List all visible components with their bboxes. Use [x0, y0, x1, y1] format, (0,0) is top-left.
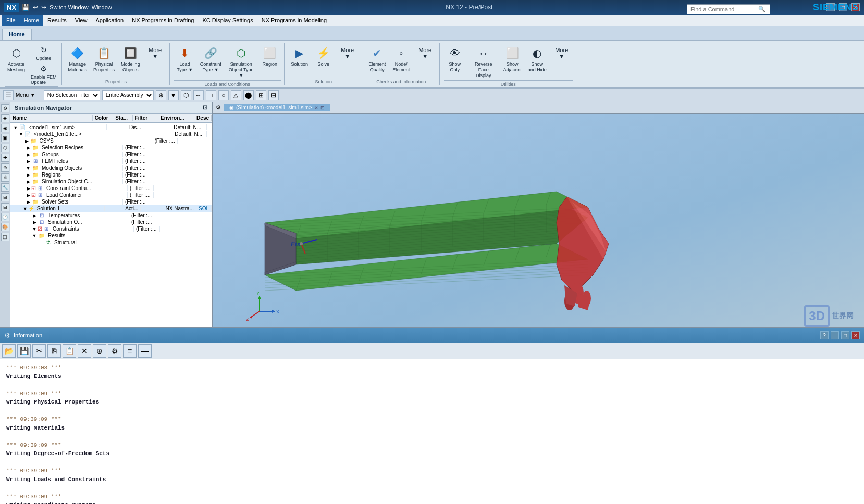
- tree-item-solver-sets[interactable]: ▶ 📁 Solver Sets (Filter :...: [10, 198, 212, 205]
- expand-solver[interactable]: ▶: [25, 199, 31, 205]
- lt-btn-5[interactable]: ⬡: [1, 144, 9, 152]
- menu-nx-modeling[interactable]: NX Programs in Modeling: [257, 15, 331, 26]
- info-cut-btn[interactable]: ✂: [32, 344, 46, 358]
- tree-item-solution1[interactable]: ▼ ⚡ Solution 1 Acti... NX Nastra... SOL: [10, 205, 212, 212]
- modeling-objects-btn[interactable]: 🔲 ModelingObjects: [119, 44, 142, 74]
- 3d-viewport[interactable]: Fix X Y Z 3D 世界网: [213, 114, 864, 332]
- info-minimize-btn[interactable]: —: [831, 331, 839, 339]
- tree-item-sim1[interactable]: ▼ 📄 <model1_sim1.sim> Dis... Default: N.…: [10, 124, 212, 131]
- tree-item-csys[interactable]: ▶ 📁 CSYS (Filter :...: [10, 137, 212, 144]
- lt-btn-13[interactable]: 🎨: [1, 223, 9, 231]
- expand-sol1[interactable]: ▼: [22, 206, 28, 211]
- menu-label[interactable]: Menu ▼: [16, 92, 35, 98]
- expand-loadcont[interactable]: ▶: [25, 193, 31, 198]
- tree-item-fem1[interactable]: ▼ 📄 <model1_fem1.fe...> Default: N...: [10, 131, 212, 137]
- expand-results[interactable]: ▼: [31, 233, 38, 238]
- tree-item-fem-fields[interactable]: ▶ ⊞ FEM Fields (Filter :...: [10, 158, 212, 165]
- show-only-btn[interactable]: 👁 ShowOnly: [444, 44, 466, 74]
- show-and-hide-btn[interactable]: ◐ Showand Hide: [526, 44, 549, 74]
- menu-toggle-btn[interactable]: ☰: [3, 90, 14, 100]
- cmd-btn-e[interactable]: △: [231, 90, 241, 100]
- expand-simobjc[interactable]: ▶: [25, 179, 31, 184]
- expand-simo[interactable]: ▶: [31, 220, 38, 225]
- quick-access-btn[interactable]: 💾: [22, 4, 30, 11]
- solve-btn[interactable]: ⚡ Solve: [313, 44, 335, 68]
- find-command-input[interactable]: [690, 6, 758, 12]
- info-content[interactable]: *** 09:39:08 *** Writing Elements *** 09…: [0, 359, 864, 504]
- expand-fem1[interactable]: ▼: [18, 132, 24, 137]
- info-find-btn[interactable]: ⊕: [93, 344, 106, 358]
- switch-window-btn[interactable]: Switch Window: [50, 4, 89, 10]
- lt-btn-1[interactable]: ⚙: [1, 104, 9, 112]
- cmd-btn-d[interactable]: ○: [218, 90, 229, 100]
- info-options-btn[interactable]: ⚙: [108, 344, 121, 358]
- tree-item-sim-o[interactable]: ▶ ⊡ Simulation O... (Filter :...: [10, 219, 212, 225]
- expand-temp[interactable]: ▶: [31, 213, 38, 218]
- lt-btn-2[interactable]: ◈: [1, 114, 9, 122]
- menu-results[interactable]: Results: [43, 15, 71, 26]
- info-delete-btn[interactable]: ✕: [78, 344, 91, 358]
- menu-application[interactable]: Application: [91, 15, 128, 26]
- window-btn[interactable]: Window: [92, 4, 112, 10]
- tree-item-temperatures[interactable]: ▶ ⊡ Temperatures (Filter :...: [10, 212, 212, 219]
- tree-item-sim-obj-c[interactable]: ▶ 📁 Simulation Object C... (Filter :...: [10, 178, 212, 185]
- menu-file[interactable]: File: [2, 15, 20, 26]
- lt-btn-3[interactable]: ◉: [1, 124, 9, 132]
- expand-modobj[interactable]: ▼: [25, 166, 31, 171]
- lt-btn-14[interactable]: ◫: [1, 233, 9, 241]
- info-dash-btn[interactable]: —: [138, 344, 152, 358]
- lt-btn-6[interactable]: ✚: [1, 154, 9, 162]
- nav-resize-btn[interactable]: ⊡: [203, 104, 207, 111]
- lt-btn-10[interactable]: ⊞: [1, 193, 9, 201]
- cmd-btn-g[interactable]: ⊞: [256, 90, 266, 100]
- tree-item-constraints[interactable]: ▼ ☑ ⊞ Constraints (Filter :...: [10, 225, 212, 232]
- info-help-btn[interactable]: ?: [820, 331, 829, 339]
- tree-item-regions[interactable]: ▶ 📁 Regions (Filter :...: [10, 171, 212, 178]
- more-checks-btn[interactable]: More ▼: [414, 44, 436, 62]
- viewport-settings-icon[interactable]: ⚙: [213, 104, 224, 111]
- vp-tab-close-btn[interactable]: ✕: [314, 105, 318, 110]
- info-list-btn[interactable]: ≡: [123, 344, 137, 358]
- expand-groups[interactable]: ▶: [25, 152, 31, 157]
- manage-materials-btn[interactable]: 🔷 ManageMaterials: [66, 44, 90, 74]
- tree-item-constraint-cont[interactable]: ▶ ☑ ⊞ Constraint Contai... (Filter :...: [10, 185, 212, 192]
- physical-properties-btn[interactable]: 📋 PhysicalProperties: [91, 44, 117, 74]
- update-btn[interactable]: ↻ Update: [29, 44, 58, 61]
- enable-fem-update-btn[interactable]: ⚙ Enable FEMUpdate: [29, 62, 58, 85]
- tree-item-sel-recipes[interactable]: ▶ 📁 Selection Recipes (Filter :...: [10, 144, 212, 151]
- node-element-btn[interactable]: ◦ Node/Element: [390, 44, 412, 74]
- info-paste-btn[interactable]: 📋: [63, 344, 76, 358]
- reverse-face-btn[interactable]: ↔ ReverseFace Display: [468, 44, 499, 79]
- lt-btn-9[interactable]: 🔧: [1, 183, 9, 192]
- expand-femf[interactable]: ▶: [25, 159, 31, 164]
- lt-btn-7[interactable]: ⊕: [1, 163, 9, 172]
- show-adjacent-btn[interactable]: ⬜ ShowAdjacent: [501, 44, 524, 74]
- solution-btn[interactable]: ▶ Solution: [289, 44, 311, 68]
- cmd-btn-f[interactable]: ⬤: [243, 90, 254, 100]
- menu-view[interactable]: View: [71, 15, 92, 26]
- element-quality-btn[interactable]: ✔ ElementQuality: [366, 44, 388, 74]
- undo-btn[interactable]: ↩: [33, 4, 38, 11]
- sim-object-type-btn[interactable]: ⬡ SimulationObject Type ▼: [226, 44, 257, 79]
- viewport-tab-sim1[interactable]: ◉ (Simulation) <model1_sim1.sim> ✕ ⊡: [224, 104, 330, 111]
- menu-kc-display[interactable]: KC Display Settings: [198, 15, 257, 26]
- load-type-btn[interactable]: ⬇ LoadType ▼: [174, 44, 196, 74]
- expand-sel[interactable]: ▶: [25, 145, 31, 150]
- region-btn[interactable]: ⬜ Region: [259, 44, 281, 68]
- more-utilities-btn[interactable]: More ▼: [551, 44, 573, 62]
- info-open-btn[interactable]: 📂: [2, 344, 16, 358]
- lt-btn-11[interactable]: ⊟: [1, 203, 9, 211]
- expand-csys[interactable]: ▶: [24, 138, 30, 144]
- lt-btn-4[interactable]: ▣: [1, 134, 9, 142]
- scope-select[interactable]: Entire Assembly: [102, 90, 154, 100]
- cmd-btn-a[interactable]: ⬡: [181, 90, 191, 100]
- activate-meshing-btn[interactable]: ⬡ ActivateMeshing: [5, 44, 27, 74]
- cmd-btn-b[interactable]: ↔: [193, 90, 204, 100]
- lt-btn-12[interactable]: 🕐: [1, 213, 9, 221]
- expand-constraints[interactable]: ▼: [31, 226, 38, 232]
- tree-item-load-cont[interactable]: ▶ ☑ ⊞ Load Container (Filter :...: [10, 192, 212, 198]
- menu-nx-drafting[interactable]: NX Programs in Drafting: [128, 15, 198, 26]
- snap-btn[interactable]: ⊕: [156, 90, 166, 100]
- more-properties-btn[interactable]: More ▼: [144, 44, 166, 62]
- vp-tab-detach-btn[interactable]: ⊡: [320, 105, 325, 110]
